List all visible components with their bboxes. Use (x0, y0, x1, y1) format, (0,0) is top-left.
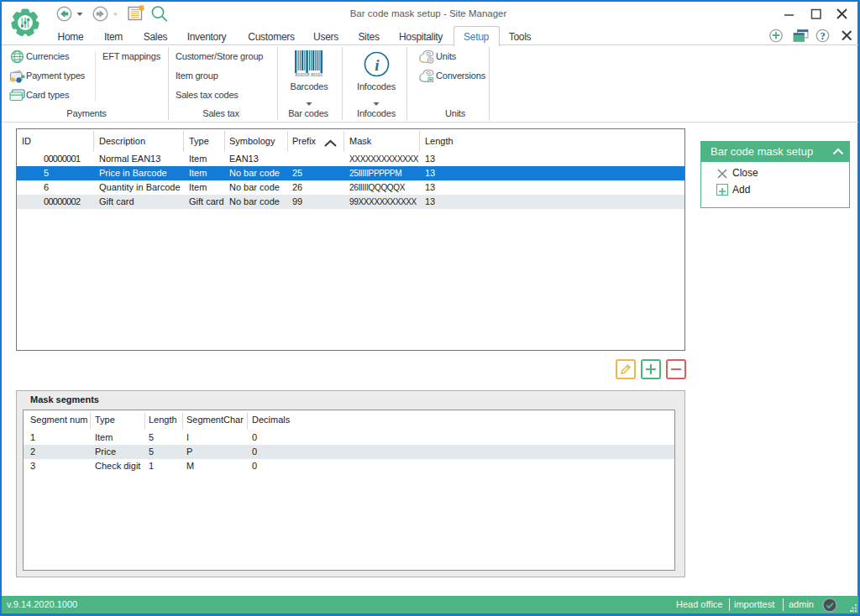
svg-text:?: ? (820, 30, 825, 42)
svg-text:i: i (375, 56, 380, 74)
svg-text:800008 80000: 800008 80000 (296, 73, 323, 77)
